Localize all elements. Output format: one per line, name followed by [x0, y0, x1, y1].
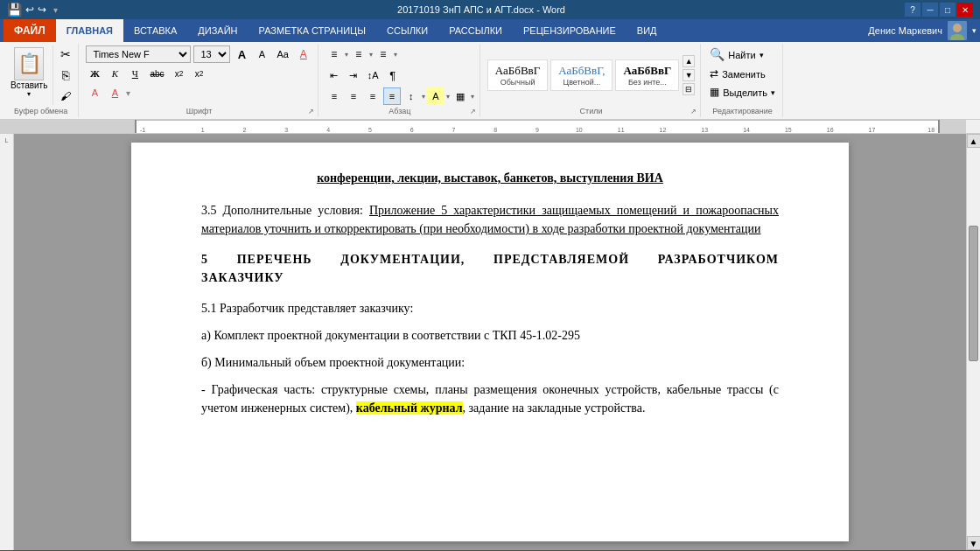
font-case-button[interactable]: Aa [273, 45, 291, 63]
increase-indent-button[interactable]: ⇥ [345, 66, 362, 84]
numbering-arrow[interactable]: ▾ [369, 51, 373, 59]
doc-para-35: 3.5 Дополнительные условия: Приложение 5… [201, 201, 779, 238]
scroll-down-button[interactable]: ▼ [967, 536, 981, 550]
doc-para-51: 5.1 Разработчик представляет заказчику: [201, 299, 779, 317]
align-left-button[interactable]: ≡ [326, 87, 343, 105]
text-highlight-button[interactable]: A [86, 84, 103, 101]
underline-button[interactable]: Ч [126, 65, 144, 82]
borders-arrow[interactable]: ▾ [471, 93, 474, 101]
help-button[interactable]: ? [905, 3, 920, 17]
styles-group-expand[interactable]: ↗ [690, 108, 696, 115]
font-name-select[interactable]: Times New F [86, 45, 191, 63]
style-scroll-up[interactable]: ▲ [682, 55, 695, 67]
font-grow-button[interactable]: A [233, 45, 250, 63]
menu-bar: ФАЙЛ ГЛАВНАЯ ВСТАВКА ДИЗАЙН РАЗМЕТКА СТР… [0, 19, 980, 42]
scroll-thumb[interactable] [969, 226, 978, 361]
file-tab[interactable]: ФАЙЛ [4, 19, 56, 42]
user-info: Денис Маркевич ▾ [868, 21, 976, 40]
numbering-button[interactable]: ≡ [350, 45, 368, 63]
tab-layout[interactable]: РАЗМЕТКА СТРАНИЦЫ [248, 19, 376, 42]
style-nointe-preview: АаБбВвГ [623, 64, 671, 78]
undo-btn[interactable]: ↩ [25, 3, 34, 16]
align-right-button[interactable]: ≡ [364, 87, 382, 105]
editing-group: 🔍 Найти ▾ ⇄ Заменить ▦ Выделить ▾ Редакт… [703, 44, 783, 117]
style-scroll-more[interactable]: ⊟ [682, 83, 695, 95]
replace-label: Заменить [722, 69, 765, 80]
font-size-select[interactable]: 13 [193, 45, 230, 63]
vertical-ruler: L [0, 134, 14, 550]
close-button[interactable]: ✕ [957, 3, 973, 17]
font-shrink-button[interactable]: A [253, 45, 270, 63]
font-group-expand[interactable]: ↗ [308, 108, 314, 115]
subscript-button[interactable]: x2 [171, 65, 188, 82]
show-marks-button[interactable]: ¶ [384, 66, 402, 84]
line-spacing-button[interactable]: ↕ [402, 87, 420, 105]
bold-button[interactable]: Ж [86, 65, 103, 82]
tab-mailings[interactable]: РАССЫЛКИ [438, 19, 513, 42]
strikethrough-button[interactable]: abc [146, 65, 167, 82]
style-scroll-down[interactable]: ▼ [682, 69, 695, 81]
font-color-button[interactable]: A [106, 84, 123, 101]
tab-design[interactable]: ДИЗАЙН [187, 19, 248, 42]
document-container: L конференции, лекции, выставок, банкето… [0, 134, 980, 550]
para35-prefix: 3.5 Дополнительные условия: [201, 204, 369, 217]
style-colored-preview: АаБбВвГ, [558, 64, 605, 78]
doc-para-a: а) Комплект проектной документации в соо… [201, 326, 779, 345]
svg-point-1 [953, 24, 962, 32]
find-label: Найти [728, 50, 755, 60]
scrollbar-right[interactable]: ▲ ▼ [966, 134, 980, 550]
superscript-button[interactable]: x2 [191, 65, 208, 82]
paste-arrow[interactable]: ▾ [27, 90, 31, 98]
shading-arrow[interactable]: ▾ [446, 93, 450, 101]
dash-highlight: кабельный журнал [356, 401, 463, 415]
find-icon: 🔍 [710, 47, 724, 62]
bullets-button[interactable]: ≡ [326, 45, 343, 63]
borders-button[interactable]: ▦ [452, 87, 469, 105]
style-normal[interactable]: АаБбВвГ Обычный [487, 59, 548, 91]
select-button[interactable]: ▦ Выделить ▾ [708, 84, 777, 101]
replace-button[interactable]: ⇄ Заменить [708, 66, 777, 82]
styles-group-label: Стили [482, 107, 700, 115]
multilevel-arrow[interactable]: ▾ [394, 51, 397, 59]
cut-button[interactable]: ✂ [57, 45, 74, 63]
sort-button[interactable]: ↕A [364, 66, 382, 84]
doc-para-b: б) Минимальный объем проектной документа… [201, 353, 779, 372]
doc-heading-5: 5 ПЕРЕЧЕНЬ ДОКУМЕНТАЦИИ, ПРЕДСТАВЛЯЕМОЙ … [201, 250, 779, 287]
redo-btn[interactable]: ↪ [38, 3, 46, 16]
user-dropdown-arrow[interactable]: ▾ [972, 26, 976, 35]
restore-button[interactable]: □ [940, 3, 956, 17]
multilevel-button[interactable]: ≡ [374, 45, 392, 63]
style-colored[interactable]: АаБбВвГ, Цветной... [550, 59, 612, 91]
decrease-indent-button[interactable]: ⇤ [326, 66, 343, 84]
format-painter-button[interactable]: 🖌 [57, 87, 74, 105]
para-group-expand[interactable]: ↗ [470, 108, 476, 115]
clear-format-button[interactable]: A [295, 45, 312, 63]
shading-button[interactable]: A [427, 87, 444, 105]
font-color-arrow[interactable]: ▾ [126, 88, 130, 98]
clipboard-group: 📋 Вставить ▾ ✂ ⎘ 🖌 Буфер обмена [4, 44, 79, 117]
style-nointe[interactable]: АаБбВвГ Без инте... [615, 59, 679, 91]
minimize-button[interactable]: ─ [922, 3, 938, 17]
tab-home[interactable]: ГЛАВНАЯ [56, 19, 123, 42]
copy-button[interactable]: ⎘ [57, 66, 74, 84]
user-avatar [948, 21, 967, 40]
line-spacing-arrow[interactable]: ▾ [422, 93, 425, 101]
italic-button[interactable]: К [106, 65, 123, 82]
scroll-up-button[interactable]: ▲ [967, 134, 981, 148]
bullets-arrow[interactable]: ▾ [345, 51, 348, 59]
tab-references[interactable]: ССЫЛКИ [376, 19, 438, 42]
select-arrow[interactable]: ▾ [771, 88, 775, 97]
find-button[interactable]: 🔍 Найти ▾ [708, 45, 777, 64]
paste-button[interactable]: 📋 Вставить ▾ [7, 45, 51, 105]
align-justify-button[interactable]: ≡ [383, 87, 401, 105]
select-label: Выделить [723, 87, 767, 98]
document-page[interactable]: конференции, лекции, выставок, банкетов,… [131, 143, 849, 541]
tab-view[interactable]: ВИД [626, 19, 668, 42]
tab-insert[interactable]: ВСТАВКА [123, 19, 187, 42]
document-area[interactable]: конференции, лекции, выставок, банкетов,… [14, 134, 966, 550]
style-nointe-label: Без инте... [628, 78, 667, 87]
tab-review[interactable]: РЕЦЕНЗИРОВАНИЕ [513, 19, 626, 42]
align-center-button[interactable]: ≡ [345, 87, 362, 105]
find-arrow[interactable]: ▾ [760, 51, 764, 59]
paste-label: Вставить [10, 80, 47, 90]
